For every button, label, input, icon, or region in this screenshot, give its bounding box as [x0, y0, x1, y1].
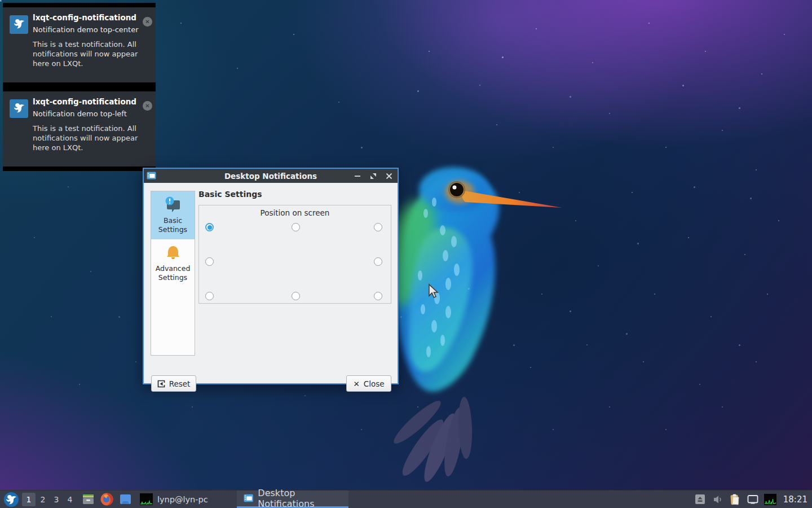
close-button-label: Close	[364, 379, 385, 388]
screen-tool-icon[interactable]	[747, 493, 759, 506]
position-groupbox: Position on screen	[198, 205, 391, 304]
minimize-button[interactable]	[354, 172, 361, 180]
sidebar-item-advanced-settings[interactable]: Advanced Settings	[151, 239, 195, 287]
system-monitor-graph-icon[interactable]	[764, 493, 776, 506]
taskbar-button-label: lynp@lyn-pc	[157, 495, 208, 504]
position-top-center-radio[interactable]	[292, 223, 300, 231]
taskbar: 1 2 3 4	[0, 490, 812, 508]
desktop-switcher-launcher[interactable]	[118, 492, 133, 507]
desktop-notifications-window: Desktop Notifications Basic	[143, 168, 399, 384]
lxqt-app-icon	[10, 15, 28, 34]
reset-button[interactable]: Reset	[151, 375, 196, 392]
maximize-button[interactable]	[369, 172, 377, 180]
notification-card: ✕ lxqt-config-notificationd Notification…	[3, 87, 156, 171]
position-top-left-radio[interactable]	[205, 223, 214, 231]
taskbar-button-label: Desktop Notifications	[258, 488, 342, 508]
close-icon: ✕	[353, 379, 359, 388]
close-window-button[interactable]	[385, 172, 393, 180]
workspace-1[interactable]: 1	[22, 493, 36, 506]
position-top-right-radio[interactable]	[374, 223, 382, 231]
sidebar-item-basic-settings[interactable]: Basic Settings	[151, 191, 195, 239]
lxqt-app-icon	[10, 99, 28, 118]
file-manager-launcher[interactable]	[81, 492, 95, 507]
sidebar-item-label: Basic Settings	[158, 216, 187, 234]
clock: 18:21	[783, 494, 807, 505]
reset-button-label: Reset	[169, 379, 191, 388]
window-titlebar[interactable]: Desktop Notifications	[144, 169, 398, 183]
workspace-3[interactable]: 3	[50, 493, 63, 506]
taskbar-button-desktop-notifications[interactable]: Desktop Notifications	[237, 491, 348, 508]
lxqt-menu-button[interactable]	[3, 492, 19, 507]
page-title: Basic Settings	[198, 190, 262, 199]
workspace-4[interactable]: 4	[63, 493, 77, 506]
mouse-cursor	[427, 283, 439, 299]
notification-body: This is a test notification. All notific…	[33, 40, 148, 69]
bell-icon	[164, 244, 182, 262]
notification-app-name: lxqt-config-notificationd	[33, 13, 148, 22]
blue-window-icon	[118, 492, 133, 506]
taskbar-button-terminal[interactable]: lynp@lyn-pc	[134, 491, 214, 508]
notification-body: This is a test notification. All notific…	[33, 124, 148, 153]
workspace-2[interactable]: 2	[36, 493, 50, 506]
hummingbird-wallpaper-art	[369, 163, 578, 484]
settings-category-list: Basic Settings Advanced Settings	[151, 191, 195, 356]
file-manager-icon	[81, 492, 95, 506]
notification-card: ✕ lxqt-config-notificationd Notification…	[3, 3, 156, 87]
window-app-icon	[147, 171, 156, 181]
notification-bubble-icon	[164, 196, 182, 214]
position-bottom-right-radio[interactable]	[374, 292, 382, 300]
groupbox-title: Position on screen	[199, 208, 391, 217]
notification-app-name: lxqt-config-notificationd	[33, 97, 148, 106]
position-middle-left-radio[interactable]	[205, 257, 214, 266]
notification-summary: Notification demo top-left	[33, 110, 148, 119]
reset-icon	[157, 380, 165, 388]
clipboard-icon[interactable]	[729, 493, 742, 506]
workspace-pager: 1 2 3 4	[21, 491, 77, 508]
position-bottom-left-radio[interactable]	[205, 292, 214, 300]
volume-icon[interactable]	[712, 493, 724, 506]
position-middle-right-radio[interactable]	[374, 257, 382, 266]
removable-media-icon[interactable]	[694, 493, 707, 506]
firefox-launcher[interactable]	[99, 492, 114, 507]
firefox-icon	[100, 492, 114, 506]
terminal-icon	[139, 492, 153, 506]
close-button[interactable]: ✕ Close	[346, 375, 391, 392]
window-app-icon	[244, 493, 253, 504]
notification-summary: Notification demo top-center	[33, 25, 148, 35]
position-bottom-center-radio[interactable]	[292, 292, 300, 300]
sidebar-item-label: Advanced Settings	[156, 264, 191, 282]
